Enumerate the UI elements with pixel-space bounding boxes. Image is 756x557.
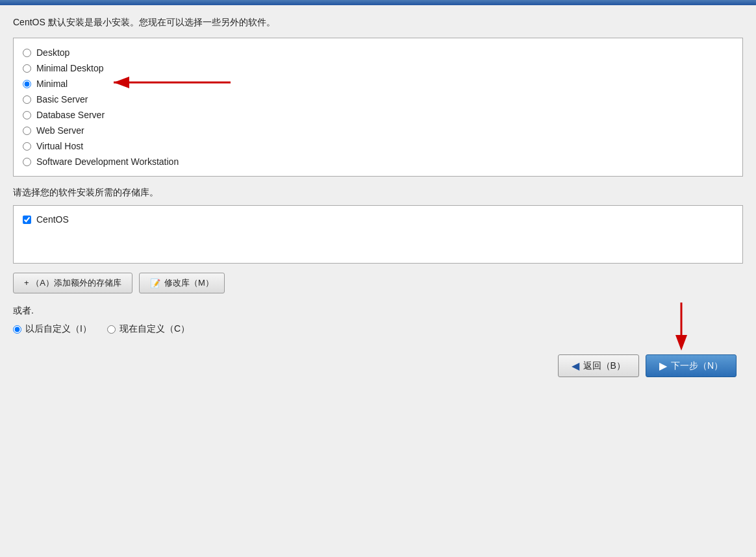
list-item-software-dev[interactable]: Software Development Workstation <box>23 154 733 169</box>
main-content: CentOS 默认安装是最小安装。您现在可以选择一些另外的软件。 Desktop… <box>0 5 756 557</box>
radio-basic-server[interactable] <box>23 95 31 104</box>
label-desktop[interactable]: Desktop <box>36 47 69 58</box>
repo-item-centos[interactable]: CentOS <box>23 212 733 227</box>
radio-web-server[interactable] <box>23 127 31 135</box>
repo-section-label: 请选择您的软件安装所需的存储库。 <box>13 187 743 199</box>
back-button[interactable]: ◀ 返回（B） <box>558 354 639 377</box>
label-web-server[interactable]: Web Server <box>36 125 84 136</box>
now-text: 现在自定义（C） <box>120 323 190 335</box>
repo-list-box: CentOS <box>13 205 743 264</box>
or-label: 或者. <box>13 305 743 317</box>
list-item-database-server[interactable]: Database Server <box>23 107 733 123</box>
nav-buttons-row: ◀ 返回（B） ▶ 下一步（N） <box>13 354 743 377</box>
customize-now-label[interactable]: 现在自定义（C） <box>107 323 190 335</box>
radio-software-dev[interactable] <box>23 158 31 166</box>
modify-repo-button[interactable]: 📝 修改库（M） <box>139 273 225 293</box>
label-database-server[interactable]: Database Server <box>36 110 105 120</box>
radio-customize-now[interactable] <box>107 325 116 334</box>
list-item-minimal-desktop[interactable]: Minimal Desktop <box>23 60 733 76</box>
next-label: 下一步（N） <box>671 360 723 372</box>
edit-icon: 📝 <box>150 278 160 288</box>
label-basic-server[interactable]: Basic Server <box>36 94 88 105</box>
label-minimal-desktop[interactable]: Minimal Desktop <box>36 63 103 73</box>
radio-minimal[interactable] <box>23 80 31 88</box>
repo-button-row: + （A）添加额外的存储库 📝 修改库（M） <box>13 273 743 293</box>
label-centos-repo[interactable]: CentOS <box>36 214 69 225</box>
radio-virtual-host[interactable] <box>23 142 31 151</box>
next-button[interactable]: ▶ 下一步（N） <box>646 354 737 377</box>
label-software-dev[interactable]: Software Development Workstation <box>36 156 179 167</box>
software-list-box: Desktop Minimal Desktop Minimal Basic Se… <box>13 38 743 177</box>
later-text: 以后自定义（I） <box>25 323 92 335</box>
radio-desktop[interactable] <box>23 49 31 57</box>
list-item-minimal[interactable]: Minimal <box>23 76 733 92</box>
radio-minimal-desktop[interactable] <box>23 64 31 73</box>
description-text: CentOS 默认安装是最小安装。您现在可以选择一些另外的软件。 <box>13 17 743 29</box>
list-item-basic-server[interactable]: Basic Server <box>23 92 733 107</box>
top-bar <box>0 0 756 5</box>
modify-repo-label: 修改库（M） <box>164 277 214 289</box>
customize-options-row: 以后自定义（I） 现在自定义（C） <box>13 323 743 335</box>
radio-database-server[interactable] <box>23 111 31 119</box>
list-item-web-server[interactable]: Web Server <box>23 123 733 138</box>
list-item-virtual-host[interactable]: Virtual Host <box>23 138 733 154</box>
label-minimal[interactable]: Minimal <box>36 79 68 89</box>
checkbox-centos[interactable] <box>23 216 31 224</box>
annotation-arrow-minimal <box>107 73 237 93</box>
next-arrow-icon: ▶ <box>659 360 667 372</box>
label-virtual-host[interactable]: Virtual Host <box>36 141 83 151</box>
back-arrow-icon: ◀ <box>572 360 579 372</box>
radio-customize-later[interactable] <box>13 325 21 334</box>
add-repo-button[interactable]: + （A）添加额外的存储库 <box>13 273 132 293</box>
back-label: 返回（B） <box>583 360 625 372</box>
list-item-desktop[interactable]: Desktop <box>23 45 733 60</box>
customize-later-label[interactable]: 以后自定义（I） <box>13 323 92 335</box>
